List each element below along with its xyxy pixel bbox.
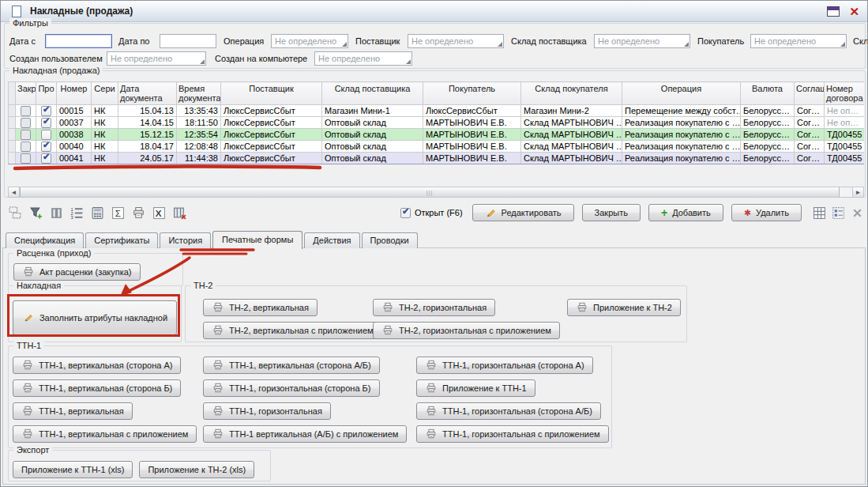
print-button[interactable]: ТТН-1, вертикальная bbox=[13, 402, 133, 420]
row-selector[interactable] bbox=[9, 141, 16, 153]
tab-actions[interactable]: Действия bbox=[304, 232, 359, 248]
table-row[interactable]: 00041НК24.05.1711:44:38ЛюксСервисСбытОпт… bbox=[9, 153, 865, 164]
row-selector[interactable] bbox=[9, 117, 16, 129]
row-selector-header[interactable] bbox=[9, 82, 16, 105]
excel-icon[interactable]: X bbox=[152, 206, 166, 220]
closed-checkbox[interactable] bbox=[21, 142, 31, 152]
print-button[interactable]: ТН-2, горизонтальная с приложением bbox=[373, 322, 560, 339]
row-selector[interactable] bbox=[9, 153, 16, 164]
posted-checkbox[interactable] bbox=[41, 142, 51, 152]
created-by-combo[interactable]: Не определено bbox=[107, 51, 206, 66]
print-button[interactable]: Заполнить атрибуты накладной bbox=[13, 300, 177, 335]
print-button[interactable]: Приложение к ТТН-1 (xls) bbox=[13, 461, 133, 478]
column-header-time[interactable]: Время документа bbox=[177, 82, 221, 105]
print-button[interactable]: ТТН-1, вертикальная с приложением bbox=[13, 425, 197, 443]
closed-checkbox[interactable] bbox=[21, 153, 31, 164]
column-header-series[interactable]: Сери bbox=[92, 82, 118, 105]
column-header-number[interactable]: Номер bbox=[57, 82, 92, 105]
supplier-combo[interactable]: Не определено bbox=[408, 34, 504, 48]
column-header-agreement[interactable]: Соглаш bbox=[795, 82, 825, 105]
table-row[interactable]: 00037НК14.04.1518:11:50ЛюксСервисСбытОпт… bbox=[9, 117, 865, 129]
tab-postings[interactable]: Проводки bbox=[362, 232, 418, 248]
date-from-input[interactable] bbox=[45, 34, 112, 48]
remove-column-icon[interactable] bbox=[173, 206, 186, 220]
tab-print-forms[interactable]: Печатные формы bbox=[212, 231, 302, 249]
calculator-icon[interactable] bbox=[91, 206, 104, 220]
print-button[interactable]: Приложение к ТН-2 (xls) bbox=[139, 461, 254, 478]
table-row[interactable]: 00015НК15.04.1313:35:43ЛюксСервисСбытМаг… bbox=[9, 105, 865, 117]
printer-icon bbox=[21, 383, 34, 394]
scrollbar-thumb[interactable] bbox=[20, 187, 840, 197]
posted-checkbox[interactable] bbox=[41, 118, 51, 128]
invoice-grid-label: Накладная (продажа) bbox=[9, 66, 103, 75]
close-button[interactable]: Закрыть bbox=[582, 204, 641, 221]
print-icon[interactable] bbox=[132, 206, 145, 220]
tab-specification[interactable]: Спецификация bbox=[6, 232, 84, 248]
print-button[interactable]: ТТН-1, горизонтальная с приложением bbox=[416, 425, 609, 443]
closed-checkbox[interactable] bbox=[21, 130, 31, 140]
print-button[interactable]: Приложение к ТТН-1 bbox=[416, 379, 535, 397]
date-to-input[interactable] bbox=[160, 34, 216, 48]
column-header-posted[interactable]: Про bbox=[36, 82, 57, 105]
sum-icon[interactable]: Σ bbox=[111, 206, 125, 220]
scroll-right-arrow-icon[interactable]: ► bbox=[852, 187, 863, 197]
column-header-currency[interactable]: Валюта bbox=[741, 82, 795, 105]
tab-history[interactable]: История bbox=[160, 232, 211, 248]
posted-checkbox[interactable] bbox=[41, 153, 51, 164]
grid-view-icon[interactable] bbox=[813, 206, 826, 220]
columns-icon[interactable] bbox=[50, 206, 63, 220]
print-button[interactable]: ТТН-1, вертикальная (сторона А) bbox=[13, 357, 181, 374]
column-header-buyer[interactable]: Покупатель bbox=[423, 82, 521, 105]
tab-certificates[interactable]: Сертификаты bbox=[85, 232, 158, 248]
print-button[interactable]: ТН-2, вертикальная с приложением bbox=[203, 322, 382, 339]
card-view-icon[interactable] bbox=[832, 206, 845, 220]
row-selector[interactable] bbox=[9, 105, 16, 117]
add-button[interactable]: +Добавить bbox=[648, 204, 723, 221]
operation-combo[interactable]: Не определено bbox=[271, 34, 348, 48]
created-on-label: Создан на компьютере bbox=[215, 54, 307, 63]
table-row[interactable]: 00038НК15.12.1512:35:54ЛюксСервисСбытОпт… bbox=[9, 129, 865, 141]
filter-add-icon[interactable] bbox=[29, 206, 43, 220]
buyer-combo[interactable]: Не определено bbox=[750, 34, 847, 48]
column-header-date[interactable]: Дата документа bbox=[118, 82, 177, 105]
column-header-supplier[interactable]: Поставщик bbox=[221, 82, 322, 105]
column-header-supplier_stock[interactable]: Склад поставщика bbox=[322, 82, 423, 105]
column-header-contract[interactable]: Номер договора bbox=[825, 82, 865, 105]
scroll-left-arrow-icon[interactable]: ◄ bbox=[9, 187, 20, 197]
close-window-icon[interactable]: ✕ bbox=[849, 6, 859, 17]
posted-checkbox[interactable] bbox=[41, 106, 51, 116]
table-row[interactable]: 00040НК18.04.1712:08:48ЛюксСервисСбытОпт… bbox=[9, 141, 865, 153]
open-checkbox[interactable] bbox=[400, 208, 411, 218]
row-selector[interactable] bbox=[9, 129, 16, 141]
column-header-operation[interactable]: Операция bbox=[622, 82, 741, 105]
print-button[interactable]: Приложение к ТН-2 bbox=[567, 299, 681, 316]
supplier-stock-combo[interactable]: Не определено bbox=[594, 34, 690, 48]
posted-checkbox[interactable] bbox=[41, 130, 51, 140]
print-button[interactable]: ТТН-1, горизонтальная (сторона Б) bbox=[203, 379, 380, 397]
select-rows-icon[interactable] bbox=[9, 206, 22, 220]
cell-time: 11:44:38 bbox=[177, 153, 221, 164]
cell-supplier: ЛюксСервисСбыт bbox=[221, 129, 322, 141]
closed-checkbox[interactable] bbox=[21, 106, 31, 116]
horizontal-scrollbar[interactable]: ◄ ► bbox=[8, 187, 864, 198]
closed-checkbox[interactable] bbox=[21, 118, 31, 128]
panel-close-icon[interactable] bbox=[851, 206, 864, 220]
print-button[interactable]: ТТН-1 вертикальная (А/Б) с приложением bbox=[203, 425, 407, 443]
delete-button[interactable]: ✱Удалить bbox=[731, 204, 802, 221]
title-bar: Накладные (продажа) ✕ bbox=[1, 1, 867, 22]
print-button[interactable]: ТТН-1, горизонтальная bbox=[203, 402, 331, 420]
cell-number: 00040 bbox=[57, 141, 92, 153]
print-button[interactable]: ТН-2, горизонтальная bbox=[373, 299, 495, 316]
column-header-buyer_stock[interactable]: Склад покупателя bbox=[521, 82, 622, 105]
column-header-closed[interactable]: Закр bbox=[16, 82, 36, 105]
print-button[interactable]: ТТН-1, вертикальная (сторона Б) bbox=[13, 379, 181, 397]
created-on-combo[interactable]: Не определено bbox=[314, 51, 412, 66]
restore-window-icon[interactable] bbox=[827, 6, 840, 17]
print-button[interactable]: Акт расценки (закупка) bbox=[13, 263, 141, 281]
print-button[interactable]: ТТН-1, горизонтальная (сторона А/Б) bbox=[416, 402, 601, 420]
numbering-icon[interactable]: 123 bbox=[70, 206, 84, 220]
edit-button[interactable]: Редактировать bbox=[472, 204, 574, 221]
print-button[interactable]: ТТН-1, вертикальная (сторона А/Б) bbox=[203, 357, 380, 374]
print-button[interactable]: ТТН-1, горизонтальная (сторона А) bbox=[416, 357, 593, 374]
print-button[interactable]: ТН-2, вертикальная bbox=[203, 299, 318, 316]
